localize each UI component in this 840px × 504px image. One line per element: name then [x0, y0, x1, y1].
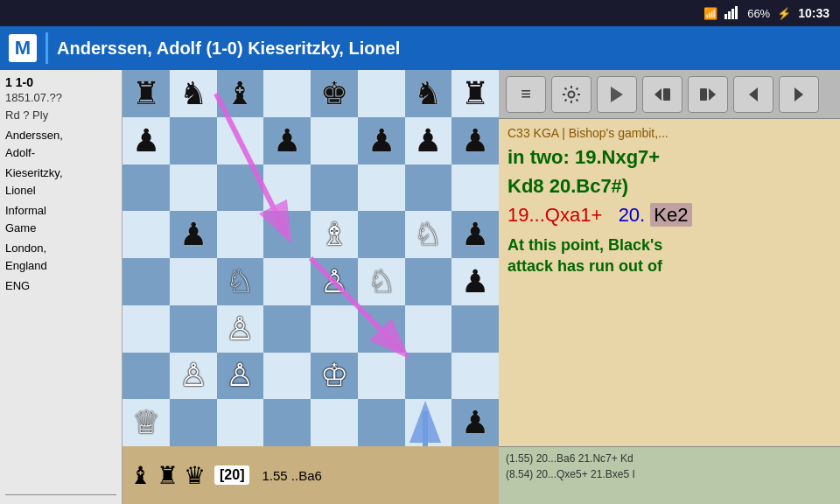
piece-b2: ♙ — [179, 360, 207, 391]
square-a3 — [122, 305, 170, 353]
square-b1 — [170, 399, 217, 446]
game-date: 1851.07.?? — [5, 89, 116, 107]
player-black: Kieseritzky,Lionel — [5, 164, 116, 199]
square-f2 — [358, 353, 405, 400]
move-space — [607, 204, 612, 226]
svg-marker-11 — [709, 88, 716, 101]
square-e4: ♙ — [311, 258, 358, 305]
square-g8: ♞ — [405, 70, 452, 117]
move-qxa1: Qxa1+ — [545, 204, 602, 226]
next-button[interactable] — [779, 76, 819, 113]
square-f6 — [358, 164, 405, 212]
square-f3 — [358, 305, 405, 353]
square-h6 — [452, 164, 499, 212]
square-c5 — [217, 211, 264, 258]
square-h5: ♟ — [452, 211, 499, 258]
square-g7: ♟ — [405, 117, 452, 164]
piece-b5: ♟ — [179, 219, 207, 250]
right-panel: ≡ — [499, 70, 840, 504]
left-panel-bottom — [5, 494, 116, 499]
piece-a1: ♕ — [132, 407, 160, 438]
square-a8: ♜ — [122, 70, 170, 117]
signal-icon — [724, 5, 740, 22]
square-h2 — [452, 353, 499, 400]
square-a7: ♟ — [122, 117, 170, 164]
square-b6 — [170, 164, 217, 212]
square-b4 — [170, 258, 217, 305]
piece-h5: ♟ — [461, 219, 489, 250]
square-h1: ♟ — [452, 399, 499, 446]
square-e3 — [311, 305, 358, 353]
square-h3 — [452, 305, 499, 353]
clock-time: 10:33 — [798, 6, 830, 20]
left-panel: 1 1-0 1851.07.?? Rd ? Ply Anderssen,Adol… — [0, 70, 122, 504]
prev-all-button[interactable] — [642, 76, 682, 113]
svg-marker-8 — [611, 87, 623, 102]
status-bar: 📶 66% ⚡ 10:33 — [0, 0, 840, 26]
square-a1: ♕ — [122, 399, 170, 446]
piece-e4: ♙ — [320, 266, 348, 298]
square-c2: ♙ — [217, 353, 264, 400]
piece-e8: ♚ — [320, 78, 348, 109]
board-bottom: ♝ ♜ ♛ [20] 1.55 ..Ba6 — [122, 446, 499, 504]
square-g6 — [405, 164, 452, 212]
play-button[interactable] — [597, 76, 637, 113]
square-a5 — [122, 211, 170, 258]
right-content: C33 KGA | Bishop's gambit,... in two: 19… — [499, 119, 840, 446]
square-c4: ♘ — [217, 258, 264, 305]
move-num-20: 20. — [619, 204, 646, 226]
square-d3 — [263, 305, 311, 353]
square-a2 — [122, 353, 170, 400]
square-g2 — [405, 353, 452, 400]
piece-h8: ♜ — [461, 78, 489, 109]
square-g4 — [405, 258, 452, 305]
square-d7: ♟ — [263, 117, 311, 164]
piece-c2: ♙ — [226, 360, 254, 391]
square-h4: ♟ — [452, 258, 499, 305]
mate-text-1: in two: 19.Nxg7+ — [508, 146, 660, 168]
wifi-icon: 📶 — [704, 7, 718, 20]
square-f1 — [358, 399, 405, 446]
app-logo: M — [9, 34, 37, 62]
battery-icon: ⚡ — [777, 7, 791, 20]
square-d6 — [263, 164, 311, 212]
variation-1: (1.55) 20...Ba6 21.Nc7+ Kd — [506, 451, 833, 466]
svg-rect-3 — [735, 6, 738, 19]
piece-g5: ♘ — [414, 219, 442, 250]
ke2-move: Ke2 — [650, 203, 691, 227]
square-b3 — [170, 305, 217, 353]
player-white: Anderssen,Adolf- — [5, 127, 116, 161]
piece-a7: ♟ — [132, 125, 160, 157]
square-d5 — [263, 211, 311, 258]
game-type: InformalGame — [5, 202, 116, 236]
square-c1 — [217, 399, 264, 446]
square-e1 — [311, 399, 358, 446]
next-all-button[interactable] — [688, 76, 728, 113]
game-title: Anderssen, Adolf (1-0) Kieseritzky, Lion… — [57, 38, 400, 59]
svg-rect-10 — [663, 88, 670, 101]
square-f4: ♘ — [358, 258, 405, 305]
piece-h1: ♟ — [461, 407, 489, 438]
square-e6 — [311, 164, 358, 212]
toolbar: ≡ — [499, 70, 840, 119]
piece-g8: ♞ — [414, 78, 442, 109]
captured-piece-1: ♝ — [130, 461, 151, 490]
game-number: 1 1-0 — [5, 75, 116, 89]
square-c6 — [217, 164, 264, 212]
title-divider — [46, 32, 48, 64]
prev-button[interactable] — [733, 76, 774, 113]
captured-piece-3: ♛ — [184, 461, 206, 490]
piece-d7: ♟ — [273, 125, 301, 157]
move-number-badge: [20] — [214, 466, 249, 485]
menu-button[interactable]: ≡ — [506, 76, 546, 113]
svg-rect-12 — [700, 88, 707, 101]
svg-rect-0 — [724, 14, 727, 19]
battery-percent: 66% — [747, 7, 770, 20]
settings-button[interactable] — [551, 76, 592, 113]
variations-panel: (1.55) 20...Ba6 21.Nc7+ Kd (8.54) 20...Q… — [499, 446, 840, 504]
game-result: 1-0 — [16, 75, 33, 89]
square-c7 — [217, 117, 264, 164]
square-f7: ♟ — [358, 117, 405, 164]
svg-point-7 — [569, 91, 575, 97]
piece-c8: ♝ — [226, 78, 254, 109]
